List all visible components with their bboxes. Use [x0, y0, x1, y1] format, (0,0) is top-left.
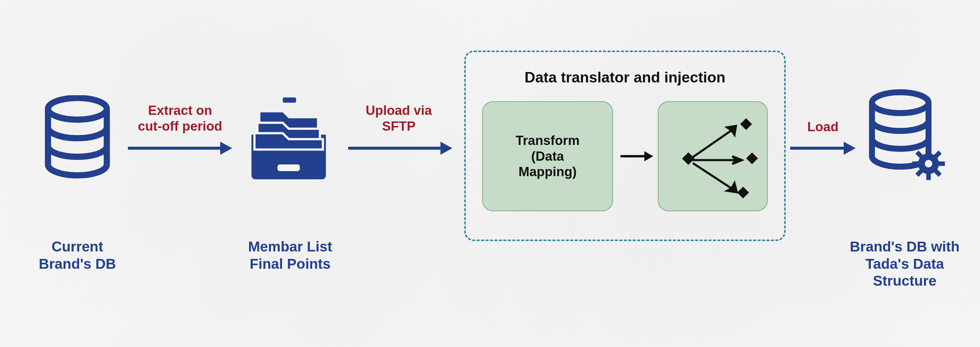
filebox-label: Membar List Final Points: [235, 238, 345, 272]
text: Mapping): [519, 164, 577, 179]
arrow-upload-label: Upload via SFTP: [354, 103, 444, 134]
svg-rect-24: [926, 173, 931, 180]
text: SFTP: [382, 119, 415, 133]
text: cut-off period: [138, 119, 222, 133]
svg-line-14: [693, 163, 732, 188]
text: Final Points: [250, 256, 331, 272]
arrow-extract: [128, 139, 232, 157]
transform-box: Transform (Data Mapping): [482, 101, 613, 211]
svg-rect-25: [912, 162, 920, 166]
arrow-upload: [348, 139, 452, 157]
text: Brand's DB with: [850, 239, 960, 255]
svg-rect-9: [682, 152, 695, 165]
svg-rect-26: [937, 162, 945, 166]
source-db-label: Current Brand's DB: [21, 238, 134, 272]
arrow-extract-label: Extract on cut-off period: [131, 103, 229, 134]
database-gear-icon: [863, 89, 952, 196]
text: Structure: [873, 273, 936, 289]
svg-rect-3: [278, 165, 300, 172]
translator-section-title: Data translator and injection: [482, 68, 768, 86]
svg-marker-6: [441, 142, 452, 155]
text: Data translator and injection: [524, 69, 725, 86]
filebox-icon: [244, 89, 333, 188]
text: Tada's Data: [865, 256, 944, 272]
svg-rect-16: [740, 118, 752, 130]
arrow-inner: [620, 149, 653, 164]
text: Brand's DB: [39, 256, 116, 272]
scatter-icon: [659, 102, 769, 212]
svg-point-0: [48, 98, 107, 119]
svg-rect-17: [746, 152, 758, 164]
svg-rect-18: [737, 186, 749, 199]
svg-rect-4: [283, 98, 296, 103]
text: Upload via: [366, 103, 432, 118]
svg-marker-8: [644, 151, 653, 161]
text: Extract on: [148, 103, 212, 118]
svg-marker-20: [844, 142, 856, 155]
text: (Data: [531, 149, 564, 163]
diagram-canvas: Current Brand's DB Extract on cut-off pe…: [0, 0, 980, 347]
target-db-label: Brand's DB with Tada's Data Structure: [842, 238, 967, 290]
svg-point-21: [872, 92, 929, 113]
svg-point-31: [925, 160, 932, 167]
svg-rect-23: [926, 147, 931, 155]
distribute-box: [658, 101, 768, 211]
arrow-load-label: Load: [797, 119, 848, 135]
text: Load: [807, 119, 838, 134]
text: Membar List: [248, 239, 332, 255]
text: Transform: [515, 133, 579, 148]
arrow-load: [790, 139, 856, 157]
text: Current: [51, 239, 103, 255]
database-icon: [39, 95, 116, 191]
svg-line-10: [693, 131, 732, 157]
svg-marker-2: [220, 142, 232, 155]
transform-box-label: Transform (Data Mapping): [483, 133, 612, 180]
